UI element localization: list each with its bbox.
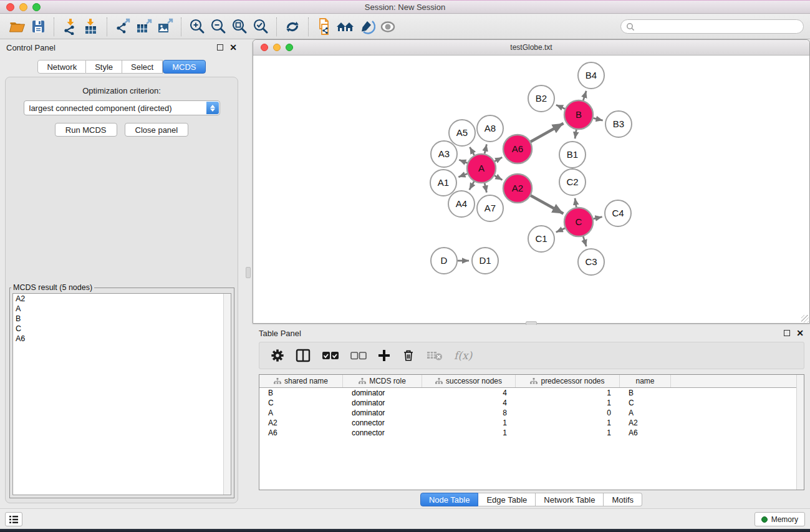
result-item[interactable]: A xyxy=(13,304,231,314)
edge-A6-B[interactable] xyxy=(531,123,564,142)
cell-predecessor-nodes[interactable]: 1 xyxy=(516,418,620,428)
zoom-in-button[interactable] xyxy=(186,17,208,37)
memory-button[interactable]: Memory xyxy=(755,512,805,526)
result-item[interactable]: B xyxy=(13,314,231,324)
cell-shared-name[interactable]: C xyxy=(259,398,343,408)
edge-C-C1[interactable] xyxy=(556,228,565,232)
minimize-window-button[interactable] xyxy=(19,3,27,11)
result-item[interactable]: A2 xyxy=(13,294,231,304)
tab-network-table[interactable]: Network Table xyxy=(536,493,604,506)
edge-B-B2[interactable] xyxy=(556,105,565,109)
edge-A-A5[interactable] xyxy=(470,147,474,155)
table-options-button[interactable] xyxy=(271,349,284,362)
cell-shared-name[interactable]: A6 xyxy=(259,428,343,438)
show-panels-button[interactable] xyxy=(5,512,22,526)
table-scrollbar[interactable] xyxy=(796,375,804,490)
column-header-shared-name[interactable]: shared name xyxy=(259,375,343,387)
delete-table-button[interactable] xyxy=(427,350,443,361)
network-minimize-button[interactable] xyxy=(273,44,281,51)
delete-column-button[interactable] xyxy=(402,348,415,363)
network-canvas[interactable]: B4B2BB3A5A8A6A3AB1A1A2C2A4A7C4CC1C3DD1 xyxy=(254,56,809,322)
run-mcds-button[interactable]: Run MCDS xyxy=(55,123,117,137)
edge-A-A8[interactable] xyxy=(485,144,486,153)
column-header-predecessor-nodes[interactable]: predecessor nodes xyxy=(516,375,620,387)
edge-A-A7[interactable] xyxy=(485,183,486,192)
table-row[interactable]: Cdominator41C xyxy=(259,398,804,408)
open-session-button[interactable] xyxy=(6,17,27,37)
cell-name[interactable]: A xyxy=(620,408,671,418)
cell-MCDS-role[interactable]: dominator xyxy=(343,408,422,418)
cell-MCDS-role[interactable]: dominator xyxy=(343,388,422,398)
unselect-all-columns-button[interactable] xyxy=(350,352,367,360)
tab-select[interactable]: Select xyxy=(122,60,163,74)
mcds-result-list[interactable]: A2ABCA6 xyxy=(12,293,231,495)
tab-style[interactable]: Style xyxy=(86,60,122,74)
float-panel-icon[interactable] xyxy=(217,44,223,51)
edge-A-A6[interactable] xyxy=(494,157,502,161)
zoom-selected-button[interactable] xyxy=(250,17,271,37)
cell-shared-name[interactable]: B xyxy=(259,388,343,398)
result-scrollbar[interactable] xyxy=(223,294,231,495)
export-network-button[interactable] xyxy=(112,17,133,37)
cell-MCDS-role[interactable]: dominator xyxy=(343,398,422,408)
zoom-fit-button[interactable] xyxy=(229,17,250,37)
cell-predecessor-nodes[interactable]: 1 xyxy=(516,398,620,408)
cell-predecessor-nodes[interactable]: 1 xyxy=(516,388,620,398)
edge-B-B1[interactable] xyxy=(575,130,576,139)
float-panel-icon[interactable] xyxy=(784,330,790,336)
export-image-button[interactable] xyxy=(155,17,176,37)
cell-successor-nodes[interactable]: 4 xyxy=(422,388,516,398)
column-header-name[interactable]: name xyxy=(620,375,671,387)
tab-node-table[interactable]: Node Table xyxy=(420,493,479,506)
vertical-splitter-grip[interactable] xyxy=(246,267,251,278)
edge-A-A2[interactable] xyxy=(494,176,502,180)
cell-name[interactable]: C xyxy=(620,398,671,408)
table-row[interactable]: A6connector11A6 xyxy=(259,428,804,438)
edge-C-C2[interactable] xyxy=(575,198,576,208)
cell-predecessor-nodes[interactable]: 1 xyxy=(516,428,620,438)
table-row[interactable]: A2connector11A2 xyxy=(259,418,804,428)
cell-successor-nodes[interactable]: 1 xyxy=(422,428,516,438)
edge-A-A4[interactable] xyxy=(470,181,475,190)
select-all-columns-button[interactable] xyxy=(322,351,339,360)
edge-A2-C[interactable] xyxy=(531,196,563,214)
cell-predecessor-nodes[interactable]: 0 xyxy=(516,408,620,418)
edge-A-A1[interactable] xyxy=(458,173,467,177)
close-panel-button[interactable]: Close panel xyxy=(125,123,189,137)
edge-B-B4[interactable] xyxy=(583,91,586,100)
cell-shared-name[interactable]: A2 xyxy=(259,418,343,428)
table-row[interactable]: Bdominator41B xyxy=(259,388,804,398)
edge-C-C3[interactable] xyxy=(583,236,586,246)
criterion-select[interactable]: largest connected component (directed) xyxy=(24,100,220,115)
annotation-toggle-button[interactable] xyxy=(356,17,377,37)
network-zoom-button[interactable] xyxy=(286,44,293,51)
tab-network[interactable]: Network xyxy=(37,60,86,74)
create-column-button[interactable] xyxy=(378,349,390,362)
cell-shared-name[interactable]: A xyxy=(259,408,343,418)
search-input[interactable] xyxy=(620,19,804,34)
cell-successor-nodes[interactable]: 8 xyxy=(422,408,516,418)
close-panel-icon[interactable]: ✕ xyxy=(229,44,237,51)
tab-mcds[interactable]: MCDS xyxy=(163,60,205,74)
zoom-window-button[interactable] xyxy=(32,3,41,11)
window-resize-grip[interactable] xyxy=(801,315,809,322)
cell-MCDS-role[interactable]: connector xyxy=(343,428,422,438)
network-close-button[interactable] xyxy=(261,44,268,51)
show-columns-button[interactable] xyxy=(296,349,311,362)
cell-name[interactable]: B xyxy=(620,388,671,398)
cell-successor-nodes[interactable]: 4 xyxy=(422,398,516,408)
refresh-button[interactable] xyxy=(282,17,303,37)
cell-MCDS-role[interactable]: connector xyxy=(343,418,422,428)
save-session-button[interactable] xyxy=(27,17,49,37)
column-header-MCDS-role[interactable]: MCDS role xyxy=(343,375,422,387)
cell-name[interactable]: A6 xyxy=(620,428,671,438)
edge-C-C4[interactable] xyxy=(593,217,602,219)
table-row[interactable]: Adominator80A xyxy=(259,408,804,418)
edge-A-A3[interactable] xyxy=(459,160,467,163)
import-table-button[interactable] xyxy=(80,17,102,37)
result-item[interactable]: A6 xyxy=(13,334,231,344)
close-panel-icon[interactable]: ✕ xyxy=(796,330,804,336)
tab-motifs[interactable]: Motifs xyxy=(604,493,642,506)
zoom-out-button[interactable] xyxy=(208,17,229,37)
cell-successor-nodes[interactable]: 1 xyxy=(422,418,516,428)
